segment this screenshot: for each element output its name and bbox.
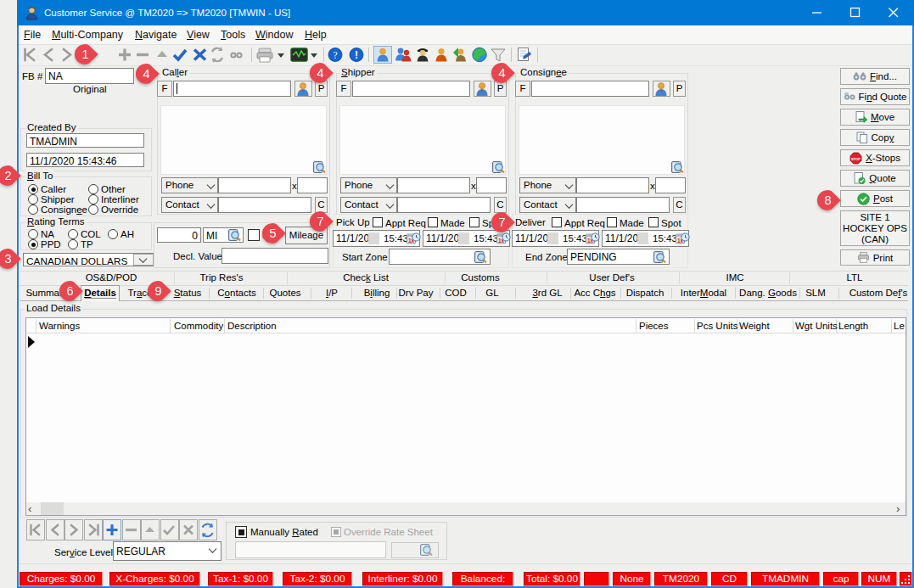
- svg-text:4: 4: [317, 65, 323, 80]
- svg-text:4: 4: [498, 65, 505, 80]
- svg-text:8: 8: [824, 193, 831, 207]
- svg-text:7: 7: [498, 215, 505, 229]
- svg-text:5: 5: [269, 226, 276, 240]
- svg-text:STOP: STOP: [851, 156, 861, 160]
- svg-text:1: 1: [81, 47, 88, 61]
- svg-text:!: !: [355, 49, 358, 61]
- svg-text:9: 9: [154, 283, 161, 298]
- svg-text:7: 7: [317, 214, 323, 228]
- svg-text:?: ?: [333, 50, 337, 60]
- svg-text:2: 2: [4, 168, 11, 182]
- svg-text:3: 3: [4, 251, 11, 266]
- svg-text:6: 6: [66, 283, 73, 298]
- svg-text:4: 4: [143, 66, 149, 81]
